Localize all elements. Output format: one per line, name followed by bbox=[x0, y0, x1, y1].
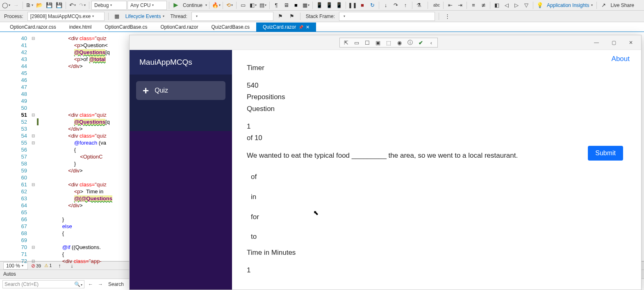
uncomment-icon[interactable]: ≢ bbox=[479, 1, 488, 10]
running-app-window: ⇱ ▭ ☐ ▣ ⬚ ◉ ⓘ ✔ ‹ — ▢ ✕ MauiAppMCQs + Qu… bbox=[129, 35, 642, 290]
thread-dropdown[interactable]: ▾ bbox=[191, 12, 273, 21]
bookmark-icon[interactable]: ◧ bbox=[492, 1, 501, 10]
option-3[interactable]: to bbox=[247, 228, 626, 246]
pin-icon[interactable]: 📌 bbox=[298, 25, 303, 29]
xaml-dev-toolbar[interactable]: ⇱ ▭ ☐ ▣ ⬚ ◉ ⓘ ✔ ‹ bbox=[339, 38, 438, 48]
time-value: 1 bbox=[247, 265, 626, 276]
screen-icon-2[interactable]: ■ bbox=[291, 1, 300, 10]
solution-config-dropdown[interactable]: Debug▾ bbox=[91, 1, 127, 10]
devbar-icon-3[interactable]: ☐ bbox=[363, 39, 372, 47]
restart-icon[interactable]: ↻ bbox=[368, 1, 377, 10]
tab-index-html[interactable]: index.html bbox=[63, 23, 98, 32]
app-content: About Timer 540 Prepositions Question 1 … bbox=[232, 50, 641, 290]
step-out-icon[interactable]: ↑ bbox=[401, 1, 410, 10]
maximize-icon[interactable]: ▢ bbox=[605, 36, 622, 49]
process-dropdown[interactable]: [29808] MauiAppMCQs.exe▾ bbox=[27, 12, 105, 21]
stackframe-dropdown[interactable]: ▾ bbox=[339, 12, 435, 21]
lifecycle-events-button[interactable]: Lifecycle Events▾ bbox=[124, 14, 166, 19]
minimize-icon[interactable]: — bbox=[588, 36, 605, 49]
browser-link-icon[interactable]: ⟲▾ bbox=[225, 1, 234, 10]
nav-back-icon[interactable]: ◯▾ bbox=[2, 1, 11, 10]
step-into-icon[interactable]: ↓ bbox=[381, 1, 390, 10]
tab-quizcard-razor[interactable]: QuizCard.razor📌✕ bbox=[256, 23, 316, 32]
device-icon-3[interactable]: 📱 bbox=[335, 1, 344, 10]
search-input[interactable]: Search (Ctrl+E) 🔍▾ bbox=[2, 280, 84, 288]
screen-icon-1[interactable]: 🖥 bbox=[282, 1, 291, 10]
thread-label: Thread: bbox=[168, 14, 189, 19]
devbar-icon-4[interactable]: ▣ bbox=[373, 39, 382, 47]
stop-icon[interactable]: ■ bbox=[358, 1, 367, 10]
nav-quiz-label: Quiz bbox=[155, 87, 168, 94]
comment-icon[interactable]: ≡ bbox=[469, 1, 478, 10]
search-next-icon[interactable]: → bbox=[97, 281, 104, 288]
open-folder-icon[interactable]: 📂 bbox=[35, 1, 44, 10]
devbar-icon-6[interactable]: ◉ bbox=[395, 39, 404, 47]
save-icon[interactable]: 💾 bbox=[45, 1, 54, 10]
debug-location-toolbar: Process: [29808] MauiAppMCQs.exe▾ ▦ Life… bbox=[0, 11, 644, 22]
flag-icon-2[interactable]: ⚑ bbox=[287, 12, 296, 21]
about-link[interactable]: About bbox=[612, 55, 630, 63]
tab-quizcardbase-cs[interactable]: QuizCardBase.cs bbox=[205, 23, 256, 32]
live-share-icon[interactable]: ↗ bbox=[599, 1, 608, 10]
screen-icon-3[interactable]: ▦▾ bbox=[301, 1, 310, 10]
app-insights-button[interactable]: Application Insights▾ bbox=[545, 2, 594, 8]
timer-value: 540 bbox=[247, 81, 626, 91]
hot-reload-icon[interactable]: 🔥▾ bbox=[212, 1, 221, 10]
svg-marker-0 bbox=[173, 3, 178, 7]
text-icon[interactable]: ¶ bbox=[272, 1, 281, 10]
redo-icon: ↷▾ bbox=[78, 1, 87, 10]
indent-left-icon[interactable]: ⇤ bbox=[446, 1, 455, 10]
overflow-icon[interactable]: ⋮ bbox=[443, 12, 452, 21]
tool-icon-a[interactable]: ⚗ bbox=[414, 1, 423, 10]
devbar-icon-7[interactable]: ⓘ bbox=[405, 39, 414, 47]
main-toolbar: ◯▾ → 🗎▾ 📂 💾 💾 ↶▾ ↷▾ Debug▾ Any CPU▾ Cont… bbox=[0, 0, 644, 11]
devbar-ok-icon[interactable]: ✔ bbox=[416, 39, 425, 47]
continue-icon[interactable] bbox=[171, 1, 180, 10]
layout-icon-1[interactable]: ▭ bbox=[239, 1, 248, 10]
fold-column[interactable]: ⊟⊟⊟⊟⊟⊟⊟ bbox=[30, 32, 37, 261]
save-all-icon[interactable]: 💾 bbox=[55, 1, 64, 10]
nav-forward-icon: → bbox=[11, 1, 20, 10]
tab-optioncardbase-cs[interactable]: OptionCardBase.cs bbox=[98, 23, 154, 32]
time-label: Time in Minutes bbox=[247, 248, 626, 258]
device-icon-2[interactable]: 📱 bbox=[325, 1, 334, 10]
continue-label[interactable]: Continue bbox=[181, 2, 204, 8]
device-icon-1[interactable]: 📱 bbox=[315, 1, 324, 10]
topic: Prepositions bbox=[247, 92, 626, 102]
abc-icon[interactable]: abc bbox=[432, 1, 441, 10]
solution-platform-dropdown[interactable]: Any CPU▾ bbox=[127, 1, 167, 10]
live-share-button[interactable]: Live Share bbox=[609, 2, 635, 8]
close-tab-icon[interactable]: ✕ bbox=[306, 25, 309, 30]
submit-button[interactable]: Submit bbox=[588, 146, 623, 161]
lifecycle-icon[interactable]: ▦ bbox=[112, 12, 121, 21]
indent-right-icon[interactable]: ⇥ bbox=[455, 1, 464, 10]
devbar-icon-1[interactable]: ⇱ bbox=[341, 39, 350, 47]
search-prev-icon[interactable]: ← bbox=[87, 281, 94, 288]
nav-quiz[interactable]: + Quiz bbox=[136, 81, 225, 100]
tab-optioncard-css[interactable]: OptionCard.razor.css bbox=[3, 23, 63, 32]
option-0[interactable]: of bbox=[247, 168, 626, 186]
step-over-icon[interactable]: ↷ bbox=[391, 1, 400, 10]
app-brand: MauiAppMCQs bbox=[130, 50, 232, 75]
devbar-icon-5[interactable]: ⬚ bbox=[384, 39, 393, 47]
option-1[interactable]: in bbox=[247, 188, 626, 206]
flag-icon[interactable]: ⚑ bbox=[276, 12, 285, 21]
search-depth-label: Search bbox=[107, 281, 125, 287]
tab-optioncard-razor[interactable]: OptionCard.razor bbox=[154, 23, 205, 32]
timer-label: Timer bbox=[247, 63, 626, 73]
bookmark-next-icon[interactable]: ▷ bbox=[512, 1, 521, 10]
pause-icon[interactable]: ❚❚ bbox=[348, 1, 357, 10]
new-project-icon[interactable]: 🗎▾ bbox=[25, 1, 34, 10]
devbar-collapse-icon[interactable]: ‹ bbox=[427, 39, 436, 47]
bulb-icon[interactable]: 💡 bbox=[535, 1, 544, 10]
bookmark-clear-icon[interactable]: ▽ bbox=[522, 1, 531, 10]
bookmark-prev-icon[interactable]: ◁ bbox=[502, 1, 511, 10]
layout-icon-3[interactable]: ▤▾ bbox=[258, 1, 267, 10]
undo-icon[interactable]: ↶▾ bbox=[68, 1, 77, 10]
devbar-icon-2[interactable]: ▭ bbox=[352, 39, 361, 47]
close-window-icon[interactable]: ✕ bbox=[622, 36, 639, 49]
question-total: of 10 bbox=[247, 133, 626, 143]
layout-icon-2[interactable]: ◧▾ bbox=[248, 1, 257, 10]
app-sidebar: MauiAppMCQs + Quiz bbox=[130, 50, 232, 290]
option-2[interactable]: for bbox=[247, 208, 626, 227]
